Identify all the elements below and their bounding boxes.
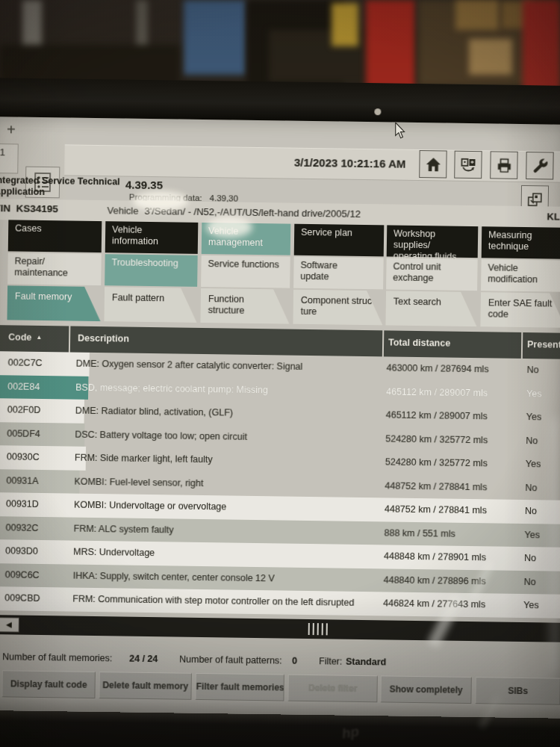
fault-code-cell: 002E84 bbox=[0, 375, 68, 400]
primary-nav-item[interactable]: Measuring technique bbox=[482, 226, 560, 259]
nav-item-label: Workshop supplies/ operating fluids bbox=[393, 229, 457, 262]
fault-present-cell: No bbox=[518, 547, 560, 571]
nav-item-label: Service functions bbox=[208, 258, 279, 270]
primary-nav-item[interactable]: Service plan bbox=[294, 224, 385, 257]
fault-table-row[interactable]: 005DF4 DSC: Battery voltage too low; ope… bbox=[0, 422, 85, 447]
secondary-nav-item[interactable]: Repair/ maintenance bbox=[7, 252, 102, 285]
hp-logo: hp bbox=[340, 723, 360, 742]
fault-present-cell: No bbox=[519, 476, 560, 500]
action-button[interactable]: Delete fault memory bbox=[99, 672, 191, 700]
fault-code-cell: 00932C bbox=[0, 516, 66, 541]
nav-item-label: Vehicle modification bbox=[488, 262, 538, 285]
window-plus-control[interactable]: + bbox=[7, 121, 16, 138]
vehicle-label: Vehicle bbox=[107, 205, 138, 217]
display-switch-button[interactable] bbox=[454, 151, 482, 179]
home-icon bbox=[424, 155, 442, 173]
tab-label: Function structure bbox=[208, 294, 245, 316]
column-header-code[interactable]: Code▲ bbox=[0, 325, 69, 352]
fault-code-cell: 00931A bbox=[0, 469, 67, 494]
nav-item-label: Software update bbox=[300, 260, 337, 282]
fault-table-body: 002C7C DME: Oxygen sensor 2 after cataly… bbox=[0, 351, 560, 618]
page-indicator: 1 bbox=[0, 143, 19, 173]
column-header-present[interactable]: Present bbox=[521, 332, 560, 359]
fault-present-cell: Yes bbox=[520, 406, 560, 430]
fault-tab[interactable]: Fault memory bbox=[7, 285, 101, 321]
fault-tab[interactable]: Component struc- ture bbox=[293, 290, 383, 326]
secondary-nav-item[interactable]: Service functions bbox=[201, 255, 290, 288]
scrollbar-thumb[interactable] bbox=[308, 623, 328, 635]
fault-table-row[interactable]: 00930C FRM: Side marker light, left faul… bbox=[0, 445, 86, 470]
column-header-total-distance[interactable]: Total distance bbox=[382, 330, 521, 359]
nav-item-label: Troubleshooting bbox=[111, 257, 178, 268]
fault-tab[interactable]: Enter SAE fault code bbox=[480, 292, 560, 328]
primary-nav-item[interactable]: Vehicle management bbox=[202, 223, 291, 255]
vin-number: KS34195 bbox=[16, 202, 58, 214]
secondary-nav-item[interactable]: Vehicle modification bbox=[481, 259, 560, 292]
action-button[interactable]: Display fault code bbox=[1, 670, 95, 698]
fault-code-cell: 0093D0 bbox=[0, 539, 66, 564]
nav-item-label: Vehicle management bbox=[208, 226, 263, 248]
scroll-left-button[interactable]: ◀ bbox=[0, 617, 19, 632]
nav-item-label: Service plan bbox=[301, 227, 352, 238]
fault-distance-cell: 446824 km / 277643 mls bbox=[379, 592, 517, 617]
primary-nav-item[interactable]: Vehicle information bbox=[105, 221, 199, 254]
fault-table-row[interactable]: 002F0D DME: Radiator blind, activation, … bbox=[0, 398, 84, 423]
app-version: 4.39.35 bbox=[125, 179, 163, 192]
screen: + 1 3/1/2023 10:21:16 AM bbox=[0, 117, 560, 719]
fault-code-cell: 002C7C bbox=[0, 351, 69, 376]
fault-present-cell: Yes bbox=[520, 382, 560, 406]
fault-tab[interactable]: Function structure bbox=[200, 288, 290, 324]
camera-dot bbox=[374, 108, 381, 115]
nav-item-label: Measuring technique bbox=[488, 229, 532, 252]
fault-description-cell: FRM: Communication with step motor contr… bbox=[65, 587, 379, 615]
fault-present-cell: No bbox=[520, 359, 560, 382]
horizontal-scrollbar[interactable]: ◀ bbox=[0, 615, 560, 642]
fault-patterns-label: Number of fault patterns: bbox=[179, 654, 282, 666]
action-button[interactable]: Show completely bbox=[380, 675, 471, 704]
fault-distance-cell: 465112 km / 289007 mls bbox=[382, 403, 520, 429]
nav-item-label: Repair/ maintenance bbox=[14, 255, 68, 278]
fault-memories-count: 24 / 24 bbox=[129, 654, 158, 665]
nav-item-label: Cases bbox=[15, 223, 42, 233]
action-button-label: Show completely bbox=[390, 684, 463, 695]
tab-label: Text search bbox=[393, 297, 441, 308]
fault-code-cell: 00931D bbox=[0, 492, 66, 517]
fault-present-cell: No bbox=[520, 429, 560, 453]
secondary-nav-item[interactable]: Control unit exchange bbox=[386, 258, 478, 291]
fault-table-row[interactable]: 002C7C DME: Oxygen sensor 2 after cataly… bbox=[0, 351, 90, 376]
fault-tab[interactable]: Fault pattern bbox=[104, 287, 197, 323]
action-button-label: Delete filter bbox=[308, 683, 358, 694]
scroll-left-arrow-icon: ◀ bbox=[6, 620, 12, 628]
nav-item-label: Vehicle information bbox=[112, 224, 158, 247]
settings-button[interactable] bbox=[526, 152, 554, 180]
tab-label: Component struc- ture bbox=[301, 295, 376, 317]
action-button-label: Display fault code bbox=[10, 678, 87, 689]
home-button[interactable] bbox=[419, 150, 447, 179]
primary-nav-item[interactable]: Cases bbox=[8, 220, 102, 252]
print-button[interactable] bbox=[490, 151, 518, 179]
fault-tab[interactable]: Text search bbox=[385, 291, 477, 326]
action-button[interactable]: Filter fault memories bbox=[195, 673, 284, 701]
fault-code-cell: 009CBD bbox=[0, 586, 65, 611]
app-title-line2: Application bbox=[0, 186, 122, 199]
column-header-description[interactable]: Description bbox=[69, 326, 382, 356]
action-button[interactable]: SIBs bbox=[475, 677, 560, 705]
sort-ascending-icon: ▲ bbox=[36, 334, 42, 341]
fault-table-row[interactable]: 00931A KOMBI: Fuel-level sensor, right 4… bbox=[0, 469, 80, 494]
fault-code-cell: 002F0D bbox=[0, 398, 68, 423]
fault-patterns-count: 0 bbox=[292, 656, 297, 666]
action-button[interactable]: Delete filter bbox=[287, 675, 377, 703]
tab-label: Enter SAE fault code bbox=[488, 297, 553, 319]
fault-memories-label: Number of fault memories: bbox=[2, 651, 112, 663]
fault-distance-cell: 888 km / 551 mls bbox=[379, 521, 518, 547]
fault-distance-cell: 448752 km / 278841 mls bbox=[380, 474, 519, 500]
wrench-icon bbox=[531, 157, 549, 175]
fault-distance-cell: 524280 km / 325772 mls bbox=[381, 450, 520, 476]
secondary-nav-item[interactable]: Software update bbox=[293, 257, 384, 290]
secondary-nav-item[interactable]: Troubleshooting bbox=[105, 254, 198, 287]
fault-present-cell: Yes bbox=[520, 453, 560, 477]
fault-table-row[interactable]: 002E84 BSD, message; electric coolant pu… bbox=[0, 375, 88, 400]
fault-present-cell: No bbox=[519, 500, 560, 524]
primary-nav-item[interactable]: Workshop supplies/ operating fluids bbox=[387, 225, 479, 258]
fault-present-cell: Yes bbox=[518, 523, 560, 547]
